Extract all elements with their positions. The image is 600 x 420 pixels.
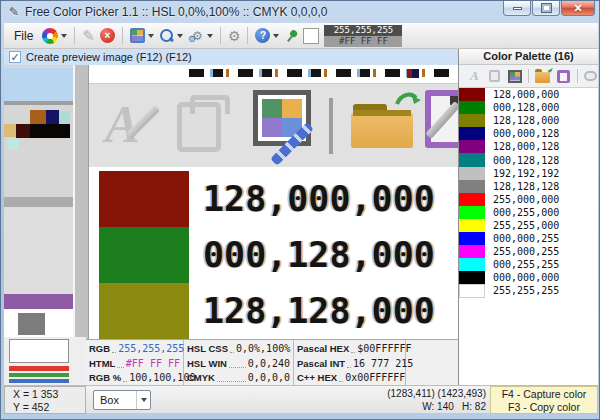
- palette-row[interactable]: 000,128,000: [459, 101, 598, 114]
- close-button[interactable]: ✕: [561, 1, 595, 16]
- palette-comment-button[interactable]: [584, 69, 598, 83]
- magnified-toolbar-strip: A: [89, 83, 458, 167]
- capture-mode-dropdown[interactable]: Box: [93, 390, 151, 410]
- palette-rgb: 128,128,128: [485, 181, 559, 192]
- palette-row[interactable]: 255,255,255: [459, 284, 598, 297]
- magnified-separator: [329, 98, 333, 154]
- info-label: HSL CSS: [187, 343, 228, 355]
- magnified-rgb-text: 128,000,000: [203, 179, 453, 219]
- hint-capture: F4 - Capture color: [491, 388, 597, 401]
- palette-row[interactable]: 128,000,000: [459, 88, 598, 101]
- palette-rgb: 128,128,000: [485, 115, 559, 126]
- color-wheel-icon: [42, 28, 58, 44]
- magnified-row: 000,128,000: [89, 227, 458, 283]
- palette-swatch: [459, 284, 485, 297]
- tools-button[interactable]: ⚙⚙: [188, 28, 213, 44]
- cancel-icon: ×: [100, 28, 115, 43]
- info-value: 255,255,255: [118, 343, 184, 355]
- thumb-pixel-block: [46, 110, 59, 125]
- green-component-bar: [9, 373, 69, 377]
- minimize-button[interactable]: [503, 1, 531, 16]
- palette-swatch: [459, 114, 485, 127]
- palette-row[interactable]: 000,000,000: [459, 271, 598, 284]
- palette-rgb: 000,128,128: [485, 155, 559, 166]
- create-preview-checkbox[interactable]: ✓: [9, 51, 21, 63]
- palette-swatch: [459, 88, 485, 101]
- preview-option-row: ✓ Create preview image (F12) (F12): [4, 49, 458, 65]
- gears-icon: ⚙⚙: [188, 28, 204, 44]
- file-menu[interactable]: File: [10, 27, 37, 45]
- thumb-pixel-block: [8, 138, 19, 150]
- palette-swatch: [459, 206, 485, 219]
- palette-row[interactable]: 000,255,255: [459, 258, 598, 271]
- info-label: C++ HEX: [297, 372, 337, 384]
- maximize-icon: [542, 4, 551, 12]
- palette-edit-button[interactable]: [508, 69, 522, 83]
- info-column-hsl: HSL CSS0,0%,100% HSL WIN0,0,240 CMYK0,0,…: [184, 340, 294, 385]
- palette-row[interactable]: 255,255,000: [459, 219, 598, 232]
- chevron-down-icon: [148, 34, 154, 38]
- cursor-position-readout: X = 1 353 Y = 452: [4, 386, 86, 414]
- pin-button[interactable]: [284, 29, 298, 43]
- palette-row[interactable]: 255,000,255: [459, 245, 598, 258]
- palette-swatch: [459, 271, 485, 284]
- info-value: 16 777 215: [353, 358, 413, 370]
- info-label: HSL WIN: [187, 358, 227, 370]
- magnified-preview[interactable]: A 128,000,000: [89, 65, 458, 339]
- palette-swatch: [459, 167, 485, 180]
- eyedropper-icon: ✎: [82, 27, 95, 45]
- info-column-rgb: RGB255,255,255 HTML#FF FF FF RGB %100,10…: [86, 340, 184, 385]
- palette-copy-button[interactable]: [487, 69, 501, 83]
- help-button[interactable]: ?: [255, 28, 279, 43]
- palette-row[interactable]: 000,128,128: [459, 153, 598, 166]
- help-icon: ?: [255, 28, 270, 43]
- palette-swatch: [459, 153, 485, 166]
- palette-button[interactable]: [130, 28, 154, 43]
- palette-save-button[interactable]: [556, 69, 570, 83]
- palette-row[interactable]: 255,000,000: [459, 193, 598, 206]
- palette-row[interactable]: 000,000,128: [459, 127, 598, 140]
- green-arrow-icon: [395, 90, 421, 108]
- current-color-readout: 255,255,255 #FF FF FF: [324, 25, 402, 47]
- magnified-rgb-text: 000,128,000: [203, 235, 453, 275]
- palette-row[interactable]: 128,128,000: [459, 114, 598, 127]
- magnifier-icon: [159, 28, 174, 43]
- create-preview-label: Create preview image (F12) (F12): [26, 51, 192, 63]
- eyedropper-button[interactable]: ✎: [82, 27, 95, 45]
- toolbar-separator: [577, 69, 578, 83]
- titlebar[interactable]: ✎ Free Color Picker 1.1 :: HSL 0,0%,100%…: [1, 1, 600, 23]
- gear-icon: ⚙: [228, 29, 241, 43]
- settings-button[interactable]: ⚙: [228, 29, 241, 43]
- app-pencil-icon: ✎: [9, 5, 19, 19]
- palette-icon: [130, 28, 145, 43]
- palette-font-button[interactable]: A: [467, 69, 481, 83]
- color-picker-button[interactable]: [42, 28, 67, 44]
- palette-rgb: 255,255,255: [485, 285, 559, 296]
- thumb-gray-block: [4, 207, 73, 294]
- palette-rgb: 255,000,255: [485, 246, 559, 257]
- color-values-panel: RGB255,255,255 HTML#FF FF FF RGB %100,10…: [86, 339, 458, 385]
- chevron-down-icon: [207, 34, 213, 38]
- copy-icon: [489, 70, 500, 82]
- magnified-open-folder-icon: [351, 104, 413, 148]
- palette-row[interactable]: 000,000,255: [459, 232, 598, 245]
- cancel-capture-button[interactable]: ×: [100, 28, 115, 43]
- font-icon: A: [470, 68, 479, 84]
- zoom-button[interactable]: [159, 28, 183, 43]
- open-folder-icon: [535, 72, 550, 83]
- maximize-button[interactable]: [532, 1, 560, 16]
- palette-row[interactable]: 000,255,000: [459, 206, 598, 219]
- palette-open-button[interactable]: [535, 69, 550, 83]
- palette-swatch: [459, 180, 485, 193]
- palette-swatch: [459, 193, 485, 206]
- preview-scrollbar[interactable]: [73, 65, 89, 339]
- current-color-rgb: 255,255,255: [324, 25, 402, 36]
- toolbar-separator: [74, 27, 75, 44]
- magnified-row: 128,000,000: [89, 171, 458, 227]
- palette-rgb: 000,128,000: [485, 102, 559, 113]
- palette-row[interactable]: 128,128,128: [459, 180, 598, 193]
- palette-row[interactable]: 192,192,192: [459, 167, 598, 180]
- palette-rgb: 192,192,192: [485, 168, 559, 179]
- palette-row[interactable]: 128,000,128: [459, 140, 598, 153]
- toolbar-separator: [247, 27, 248, 44]
